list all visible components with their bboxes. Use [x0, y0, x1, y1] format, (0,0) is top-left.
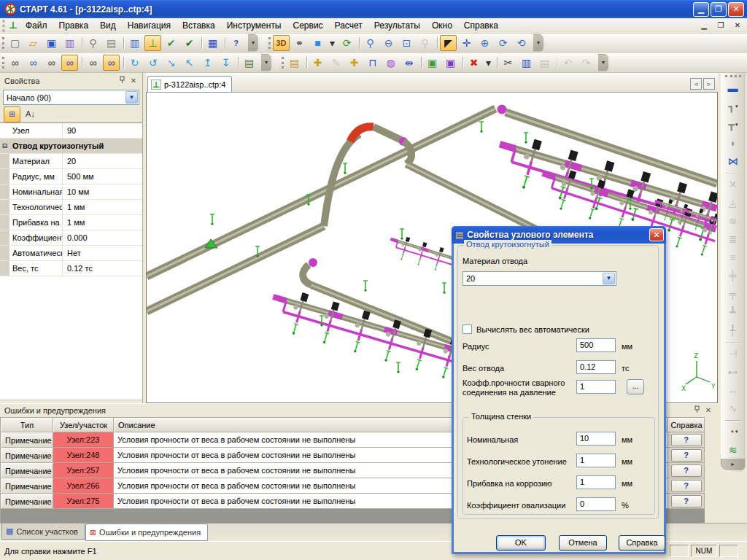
toolbar-button[interactable]: ▾: [533, 34, 543, 52]
thinning-input[interactable]: 1: [576, 454, 616, 467]
toolbar-button[interactable]: ⚲: [417, 35, 433, 51]
menu-item[interactable]: Вид: [94, 18, 122, 33]
ok-button[interactable]: OK: [496, 535, 546, 551]
toolbar-button[interactable]: ⇹: [400, 55, 417, 71]
menu-item[interactable]: Окно: [426, 18, 458, 33]
element-toolbar-button[interactable]: ▸: [721, 459, 746, 470]
toolbar-button[interactable]: ⚲: [85, 35, 101, 51]
toolbar-button[interactable]: ◤: [440, 35, 457, 51]
auto-weight-checkbox[interactable]: [462, 324, 472, 334]
bottom-tab[interactable]: ⊠ Ошибки и предупреждения: [85, 524, 208, 541]
toolbar-button[interactable]: ↘: [163, 55, 179, 71]
error-help-button[interactable]: ?: [671, 464, 702, 477]
strength-more-button[interactable]: ...: [627, 379, 644, 394]
toolbar-button[interactable]: ⚲: [362, 35, 379, 51]
toolbar-button[interactable]: ✎: [328, 55, 344, 71]
element-toolbar-button[interactable]: ╀: [723, 321, 743, 339]
toolbar-button[interactable]: ∞: [61, 55, 78, 71]
nominal-input[interactable]: 10: [576, 432, 616, 446]
toolbar-button[interactable]: ↺: [144, 55, 161, 71]
child-restore-button[interactable]: ❐: [713, 20, 728, 32]
element-toolbar-button[interactable]: ∿: [723, 399, 743, 417]
element-toolbar-button[interactable]: ◬: [723, 193, 743, 211]
close-button[interactable]: ✕: [728, 2, 744, 17]
column-header-node[interactable]: Узел/участок: [53, 418, 114, 432]
toolbar-button[interactable]: ∞: [25, 55, 42, 71]
column-header-type[interactable]: Тип: [1, 418, 53, 432]
toolbar-button[interactable]: ↥: [199, 55, 216, 71]
toolbar-button[interactable]: ▾: [248, 34, 258, 52]
radius-input[interactable]: 500: [576, 338, 616, 352]
toolbar-button[interactable]: ⊕: [476, 35, 493, 51]
toolbar-button[interactable]: ↷: [578, 55, 595, 71]
element-toolbar-button[interactable]: ⊷: [723, 362, 743, 381]
toolbar-button[interactable]: ▾: [328, 35, 337, 51]
error-help-button[interactable]: ?: [671, 449, 702, 462]
element-toolbar-button[interactable]: ↔: [723, 381, 743, 399]
element-toolbar-button[interactable]: ≋: [723, 211, 743, 230]
toolbar-button[interactable]: ▱: [25, 35, 42, 51]
property-row[interactable]: Коэффициент 0.000: [0, 230, 142, 246]
material-combobox[interactable]: 20 ▼: [462, 271, 616, 286]
toolbar-button[interactable]: ▣: [424, 55, 441, 71]
property-row[interactable]: Материал 20: [0, 154, 142, 169]
menu-item[interactable]: Сервис: [287, 18, 329, 33]
child-minimize-button[interactable]: ▁: [697, 20, 711, 32]
property-row[interactable]: ⊟ Отвод крутоизогнутый: [0, 139, 142, 154]
error-help-button[interactable]: ?: [671, 480, 702, 492]
restore-button[interactable]: ❐: [711, 2, 727, 17]
error-help-button[interactable]: ?: [671, 434, 702, 446]
menu-item[interactable]: Навигация: [122, 18, 177, 33]
column-header-help[interactable]: Справка: [668, 418, 705, 432]
toolbar-button[interactable]: 3D: [273, 35, 290, 51]
toolbar-button[interactable]: ▤: [536, 55, 553, 71]
element-toolbar-button[interactable]: ⊣: [723, 344, 743, 362]
toolbar-button[interactable]: ✚: [309, 55, 326, 71]
menu-item[interactable]: Справка: [458, 18, 504, 33]
error-help-button[interactable]: ?: [671, 495, 702, 508]
toolbar-button[interactable]: ▾: [484, 55, 493, 71]
element-toolbar-button[interactable]: ┳ ▾: [723, 115, 743, 133]
cancel-button[interactable]: Отмена: [559, 535, 607, 551]
toolbar-button[interactable]: ↖: [181, 55, 198, 71]
pin-icon[interactable]: [116, 76, 128, 86]
pin-icon[interactable]: [691, 405, 703, 416]
help-button[interactable]: Справка: [619, 535, 665, 551]
toolbar-button[interactable]: ◍: [382, 55, 399, 71]
toolbar-button[interactable]: ?: [228, 35, 244, 51]
toolbar-button[interactable]: ▤: [103, 35, 120, 51]
ovality-input[interactable]: 0: [576, 497, 616, 511]
element-toolbar-button[interactable]: ┻: [723, 303, 743, 321]
property-row[interactable]: Радиус, мм 500 мм: [0, 169, 142, 184]
toolbar-button[interactable]: ▾: [598, 54, 608, 71]
toolbar-button[interactable]: ▥: [518, 55, 535, 71]
toolbar-button[interactable]: ∞: [103, 55, 120, 71]
element-toolbar-button[interactable]: ◔ ▾: [723, 422, 743, 440]
toolbar-button[interactable]: ⊡: [398, 35, 415, 51]
toolbar-button[interactable]: ⟳: [495, 35, 511, 51]
menu-item[interactable]: Файл: [20, 18, 53, 33]
toolbar-button[interactable]: ⊓: [364, 55, 381, 71]
toolbar-button[interactable]: ✔: [163, 35, 179, 51]
toolbar-button[interactable]: ■: [309, 35, 326, 51]
toolbar-button[interactable]: ⊥: [144, 35, 161, 51]
menu-item[interactable]: Правка: [53, 18, 95, 33]
toolbar-button[interactable]: ▥: [61, 35, 78, 51]
toolbar-button[interactable]: ▤: [286, 55, 303, 71]
toolbar-button[interactable]: ✛: [458, 35, 475, 51]
toolbar-button[interactable]: ✚: [346, 55, 363, 71]
menu-item[interactable]: Инструменты: [221, 18, 287, 33]
element-toolbar-button[interactable]: ≡: [723, 248, 743, 266]
corrosion-input[interactable]: 1: [576, 475, 616, 489]
property-row[interactable]: Узел 90: [0, 123, 142, 139]
property-row[interactable]: Прибавка на к 1 мм: [0, 215, 142, 230]
tab-scroll-left-button[interactable]: ◃: [690, 78, 702, 90]
error-node-cell[interactable]: Узел:266: [53, 478, 114, 494]
document-tab[interactable]: ⊥ p-3122aisp..ctp:4: [147, 76, 232, 92]
error-node-cell[interactable]: Узел:248: [53, 448, 114, 463]
node-selector-combobox[interactable]: Начало (90) ▼: [3, 90, 139, 105]
toolbar-button[interactable]: ↻: [126, 55, 143, 71]
minimize-button[interactable]: ▁: [693, 2, 709, 17]
element-toolbar-button[interactable]: ╪: [723, 266, 743, 284]
child-close-button[interactable]: ✕: [730, 20, 745, 32]
